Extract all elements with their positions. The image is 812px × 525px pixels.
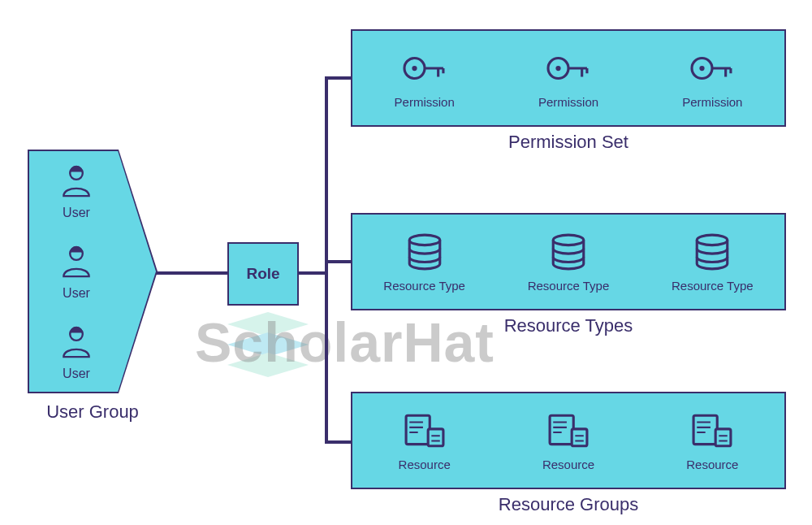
svg-marker-0 bbox=[227, 312, 309, 336]
resource-types-box: Resource Type Resource Type Resource Typ… bbox=[351, 213, 786, 310]
user-label: User bbox=[63, 206, 90, 220]
database-icon bbox=[396, 232, 453, 272]
svg-rect-17 bbox=[550, 415, 573, 444]
permission-label: Permission bbox=[538, 95, 598, 109]
svg-rect-20 bbox=[715, 428, 731, 445]
svg-rect-19 bbox=[693, 415, 717, 444]
svg-point-11 bbox=[700, 65, 705, 70]
key-icon bbox=[540, 48, 597, 89]
resource-label: Resource bbox=[542, 458, 594, 471]
user-label: User bbox=[63, 286, 90, 301]
resource-type-label: Resource Type bbox=[383, 279, 465, 293]
resource-label: Resource bbox=[399, 458, 451, 471]
user-icon bbox=[48, 162, 105, 202]
connector-to-resource-types bbox=[325, 260, 352, 263]
server-file-icon bbox=[396, 410, 453, 451]
role-box: Role bbox=[227, 242, 299, 306]
resource-label: Resource bbox=[686, 458, 738, 471]
svg-point-3 bbox=[70, 167, 83, 180]
svg-rect-16 bbox=[428, 428, 443, 445]
permission-label: Permission bbox=[395, 95, 455, 109]
svg-point-12 bbox=[409, 235, 440, 245]
svg-marker-1 bbox=[227, 332, 309, 357]
resource-groups-title: Resource Groups bbox=[351, 494, 786, 515]
resource-item: Resource bbox=[496, 410, 640, 471]
role-label: Role bbox=[246, 265, 279, 283]
scholarhat-logo-icon bbox=[219, 312, 317, 385]
user-item: User bbox=[48, 323, 105, 381]
svg-point-13 bbox=[553, 235, 584, 245]
connector-to-permission bbox=[325, 76, 352, 80]
permission-item: Permission bbox=[352, 48, 496, 109]
user-item: User bbox=[48, 242, 105, 301]
key-icon bbox=[684, 48, 741, 89]
svg-point-14 bbox=[698, 235, 728, 245]
user-group-box: User User User bbox=[29, 151, 156, 392]
database-icon bbox=[540, 232, 597, 272]
svg-point-9 bbox=[555, 65, 560, 70]
user-group-title: User Group bbox=[28, 401, 158, 423]
svg-rect-15 bbox=[406, 415, 430, 444]
database-icon bbox=[684, 232, 741, 272]
user-icon bbox=[48, 242, 105, 283]
svg-point-5 bbox=[70, 328, 83, 341]
svg-point-7 bbox=[412, 65, 417, 70]
resource-types-title: Resource Types bbox=[351, 315, 786, 336]
server-file-icon bbox=[684, 410, 741, 451]
server-file-icon bbox=[540, 410, 597, 451]
resource-type-label: Resource Type bbox=[672, 279, 754, 293]
resource-item: Resource bbox=[641, 410, 784, 471]
resource-type-item: Resource Type bbox=[352, 232, 496, 293]
user-item: User bbox=[48, 162, 105, 220]
permission-item: Permission bbox=[496, 48, 640, 109]
permission-label: Permission bbox=[682, 95, 742, 109]
connector-to-resource-groups bbox=[325, 440, 352, 444]
resource-groups-box: Resource Resource Resource bbox=[351, 392, 786, 489]
svg-marker-2 bbox=[227, 353, 309, 377]
permission-set-box: Permission Permission Permission bbox=[351, 29, 786, 127]
key-icon bbox=[396, 48, 453, 89]
resource-item: Resource bbox=[352, 410, 496, 471]
connector-role-right bbox=[297, 271, 328, 275]
resource-type-label: Resource Type bbox=[528, 279, 610, 293]
resource-type-item: Resource Type bbox=[496, 232, 640, 293]
svg-point-4 bbox=[70, 247, 83, 260]
permission-set-title: Permission Set bbox=[351, 132, 786, 153]
permission-item: Permission bbox=[641, 48, 784, 109]
svg-rect-18 bbox=[572, 428, 587, 445]
connector-usergroup-role bbox=[156, 271, 229, 275]
user-label: User bbox=[63, 367, 90, 381]
resource-type-item: Resource Type bbox=[641, 232, 784, 293]
user-icon bbox=[48, 323, 105, 363]
